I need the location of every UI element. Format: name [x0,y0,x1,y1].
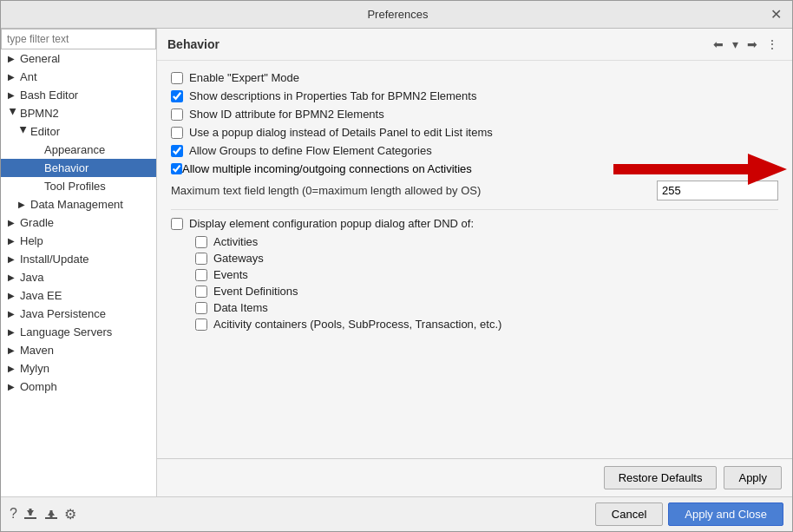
red-arrow-annotation [613,154,787,185]
sidebar-item-label: Behavior [44,161,88,174]
sidebar: ▶ General ▶ Ant ▶ Bash Editor ▶ BPMN2 ▶ … [1,29,157,496]
sidebar-item-behavior[interactable]: Behavior [1,159,156,177]
apply-button[interactable]: Apply [724,466,782,489]
help-icon[interactable]: ? [10,506,17,522]
sidebar-item-general[interactable]: ▶ General [1,49,156,68]
sidebar-item-editor[interactable]: ▶ Editor [1,122,156,141]
header-icons: ⬅ ▾ ➡ ⋮ [710,36,782,53]
data-items-row: Data Items [195,301,778,314]
arrow-icon: ▶ [8,273,18,282]
use-popup-label[interactable]: Use a popup dialog instead of Details Pa… [189,126,493,139]
sidebar-item-bpmn2[interactable]: ▶ BPMN2 [1,104,156,122]
data-items-checkbox[interactable] [195,302,207,314]
display-popup-label[interactable]: Display element configuration popup dial… [189,217,474,230]
event-definitions-label[interactable]: Event Definitions [213,285,298,298]
menu-button[interactable]: ⋮ [763,36,782,53]
activity-containers-row: Acitivity containers (Pools, SubProcess,… [195,318,778,331]
gateways-row: Gateways [195,252,778,265]
show-id-label[interactable]: Show ID attribute for BPMN2 Elements [189,108,384,121]
dialog-footer: ? ⚙ Cancel Apply and Close [1,496,792,531]
sidebar-item-label: Appearance [44,143,105,156]
show-id-row: Show ID attribute for BPMN2 Elements [171,108,778,121]
activity-containers-checkbox[interactable] [195,319,207,331]
events-row: Events [195,268,778,281]
allow-groups-checkbox[interactable] [171,145,183,157]
sidebar-item-label: Tool Profiles [44,180,106,193]
display-popup-row: Display element configuration popup dial… [171,217,778,230]
restore-defaults-button[interactable]: Restore Defaults [604,466,718,489]
events-label[interactable]: Events [213,268,248,281]
arrow-icon: ▶ [18,200,29,209]
allow-multiple-checkbox[interactable] [171,163,182,174]
import-icon[interactable] [23,506,38,522]
dropdown-button[interactable]: ▾ [729,36,742,53]
sidebar-item-java-ee[interactable]: ▶ Java EE [1,286,156,305]
allow-multiple-row: Allow multiple incoming/outgoing connect… [171,162,778,175]
sidebar-item-mylyn[interactable]: ▶ Mylyn [1,359,156,378]
sidebar-item-appearance[interactable]: Appearance [1,141,156,159]
sidebar-item-label: Java EE [20,289,62,302]
use-popup-checkbox[interactable] [171,127,183,139]
arrow-icon: ▶ [19,127,29,137]
sidebar-item-gradle[interactable]: ▶ Gradle [1,213,156,232]
dialog-body: ▶ General ▶ Ant ▶ Bash Editor ▶ BPMN2 ▶ … [1,29,792,496]
sidebar-item-help[interactable]: ▶ Help [1,232,156,250]
cancel-button[interactable]: Cancel [595,502,663,526]
export-icon[interactable] [43,506,59,522]
expert-mode-label[interactable]: Enable "Expert" Mode [189,71,299,84]
sidebar-item-tool-profiles[interactable]: Tool Profiles [1,177,156,195]
settings-icon[interactable]: ⚙ [64,506,76,522]
arrow-icon: ▶ [8,309,18,319]
event-definitions-row: Event Definitions [195,285,778,298]
sidebar-item-language-servers[interactable]: ▶ Language Servers [1,323,156,341]
allow-multiple-label[interactable]: Allow multiple incoming/outgoing connect… [182,162,472,175]
sidebar-item-bash-editor[interactable]: ▶ Bash Editor [1,86,156,104]
sidebar-item-install-update[interactable]: ▶ Install/Update [1,250,156,268]
activity-containers-label[interactable]: Acitivity containers (Pools, SubProcess,… [213,318,501,331]
arrow-icon: ▶ [8,382,18,391]
sidebar-item-ant[interactable]: ▶ Ant [1,68,156,86]
display-popup-checkbox[interactable] [171,218,183,230]
sidebar-item-label: General [20,52,60,65]
sidebar-item-java-persistence[interactable]: ▶ Java Persistence [1,305,156,323]
sidebar-item-data-management[interactable]: ▶ Data Management [1,195,156,213]
separator [171,209,778,210]
svg-rect-6 [45,517,57,519]
sidebar-item-label: Editor [30,125,60,138]
data-items-label[interactable]: Data Items [213,301,268,314]
sub-checkboxes: Activities Gateways Events Event Definit… [195,235,778,331]
show-descriptions-checkbox[interactable] [171,90,183,102]
title-bar: Preferences ✕ [1,1,792,29]
gateways-label[interactable]: Gateways [213,252,264,265]
main-content: Behavior ⬅ ▾ ➡ ⋮ Enable "Expert" Mode Sh [157,29,792,496]
back-button[interactable]: ⬅ [710,36,727,53]
event-definitions-checkbox[interactable] [195,286,207,298]
content-actions: Restore Defaults Apply [157,458,792,496]
expert-mode-checkbox[interactable] [171,72,183,84]
sidebar-item-label: BPMN2 [20,107,59,120]
sidebar-item-java[interactable]: ▶ Java [1,268,156,286]
show-descriptions-label[interactable]: Show descriptions in Properties Tab for … [189,89,476,102]
svg-marker-2 [748,154,787,185]
apply-close-button[interactable]: Apply and Close [668,502,783,526]
sidebar-item-label: Bash Editor [20,89,78,102]
svg-rect-5 [29,509,31,516]
forward-button[interactable]: ➡ [744,36,761,53]
activities-checkbox[interactable] [195,236,207,248]
arrow-icon: ▶ [8,218,18,227]
gateways-checkbox[interactable] [195,253,207,265]
arrow-icon: ▶ [9,108,18,119]
close-button[interactable]: ✕ [769,6,783,23]
sidebar-item-oomph[interactable]: ▶ Oomph [1,378,156,396]
arrow-icon: ▶ [8,54,18,63]
sidebar-item-label: Language Servers [20,325,112,338]
activities-label[interactable]: Activities [213,235,258,248]
allow-groups-label[interactable]: Allow Groups to define Flow Element Cate… [189,144,432,157]
footer-left: ? ⚙ [10,506,76,522]
filter-input[interactable] [1,29,156,49]
arrow-icon: ▶ [8,327,18,337]
events-checkbox[interactable] [195,269,207,281]
show-id-checkbox[interactable] [171,108,183,121]
arrow-icon: ▶ [8,364,18,373]
sidebar-item-maven[interactable]: ▶ Maven [1,341,156,359]
